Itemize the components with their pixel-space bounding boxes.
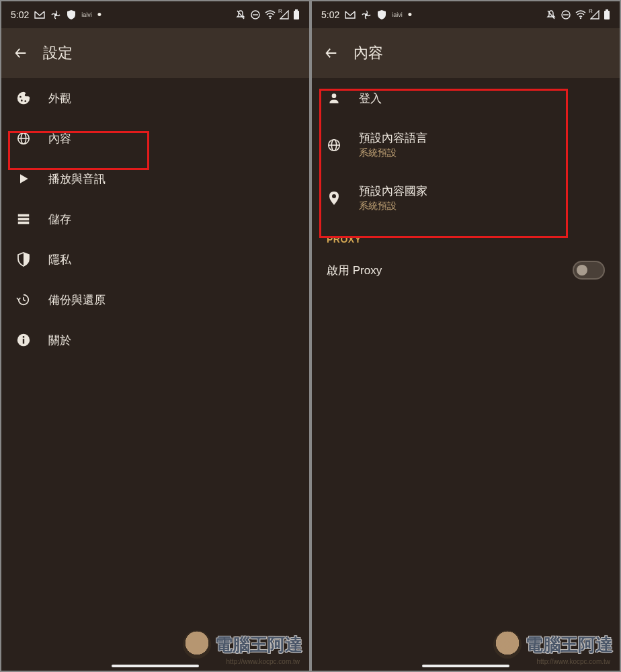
gmail-icon: [345, 11, 356, 19]
menu-label: 儲存: [48, 212, 71, 227]
wifi-icon: [265, 10, 276, 19]
proxy-switch[interactable]: [573, 261, 605, 280]
battery-icon: [293, 9, 300, 20]
toggle-row-proxy[interactable]: 啟用 Proxy: [312, 250, 620, 290]
status-time: 5:02: [11, 9, 29, 20]
privacy-shield-icon: [16, 252, 31, 267]
app-header: 設定: [1, 28, 309, 78]
menu-sublabel: 系統預設: [359, 200, 427, 212]
play-icon: [16, 171, 31, 186]
fan-icon: [361, 9, 372, 20]
watermark-text: 電腦王阿達: [215, 633, 302, 657]
svg-point-21: [580, 17, 581, 19]
app-header: 內容: [312, 28, 620, 78]
dnd-icon: [546, 9, 556, 20]
signal-icon: R: [280, 10, 289, 19]
svg-rect-4: [294, 11, 299, 19]
gmail-icon: [34, 11, 45, 19]
menu-label: 預設內容語言: [359, 130, 427, 146]
iqiyi-label: iaivi: [392, 11, 403, 18]
menu-item-content[interactable]: 內容: [1, 118, 309, 159]
watermark-face-icon: [493, 630, 522, 659]
section-header-proxy: PROXY: [312, 224, 620, 250]
svg-rect-5: [295, 9, 298, 11]
status-bar: 5:02 iaivi • R: [1, 1, 309, 28]
dnd-icon: [235, 9, 246, 20]
restore-icon: [16, 292, 31, 307]
svg-point-16: [23, 336, 25, 338]
menu-label: 隱私: [48, 252, 71, 267]
location-pin-icon: [327, 191, 341, 206]
menu-item-login[interactable]: 登入: [312, 78, 620, 118]
menu-item-default-country[interactable]: 預設內容國家 系統預設: [312, 171, 620, 224]
svg-rect-17: [23, 339, 24, 343]
menu-label: 播放與音訊: [48, 171, 106, 187]
svg-rect-13: [18, 218, 30, 220]
svg-rect-23: [606, 9, 608, 11]
toggle-label: 啟用 Proxy: [327, 263, 382, 278]
person-icon: [327, 91, 341, 106]
status-time: 5:02: [321, 9, 339, 20]
page-title: 內容: [354, 43, 383, 63]
palette-icon: [16, 91, 31, 106]
watermark-face-icon: [183, 630, 211, 659]
watermark-url: http://www.kocpc.com.tw: [537, 658, 610, 665]
menu-label: 預設內容國家: [359, 183, 427, 199]
menu-item-default-language[interactable]: 預設內容語言 系統預設: [312, 118, 620, 171]
svg-point-6: [19, 96, 22, 98]
storage-icon: [16, 212, 31, 226]
menu-label: 外觀: [48, 91, 71, 106]
menu-label: 備份與還原: [48, 292, 106, 308]
svg-point-3: [270, 17, 271, 19]
menu-label: 登入: [359, 91, 382, 106]
battery-icon: [604, 9, 610, 20]
nav-indicator[interactable]: [112, 665, 199, 667]
nav-indicator[interactable]: [422, 665, 509, 667]
iqiyi-label: iaivi: [81, 11, 92, 18]
screen-settings: 5:02 iaivi • R: [1, 1, 309, 671]
globe-icon: [16, 131, 31, 146]
svg-rect-14: [18, 222, 30, 224]
svg-point-28: [332, 194, 336, 198]
info-icon: [16, 333, 31, 347]
watermark-text: 電腦王阿達: [526, 633, 613, 657]
back-arrow-icon[interactable]: [13, 46, 28, 60]
no-entry-icon: [250, 9, 261, 20]
signal-icon: R: [590, 10, 599, 19]
screen-content: 5:02 iaivi • R: [312, 1, 620, 671]
menu-item-playback[interactable]: 播放與音訊: [1, 159, 309, 199]
svg-rect-22: [604, 11, 610, 19]
menu-item-appearance[interactable]: 外觀: [1, 78, 309, 118]
svg-point-7: [21, 99, 23, 101]
wifi-icon: [575, 10, 586, 19]
fan-icon: [50, 9, 61, 20]
watermark-url: http://www.kocpc.com.tw: [226, 658, 300, 665]
status-bar: 5:02 iaivi • R: [312, 1, 620, 28]
watermark: 電腦王阿達: [183, 630, 302, 659]
menu-item-backup[interactable]: 備份與還原: [1, 280, 309, 320]
no-entry-icon: [561, 9, 571, 20]
menu-label: 關於: [48, 333, 71, 348]
menu-item-privacy[interactable]: 隱私: [1, 239, 309, 280]
svg-point-8: [24, 100, 26, 102]
shield-icon: [377, 9, 386, 20]
menu-item-about[interactable]: 關於: [1, 320, 309, 360]
page-title: 設定: [43, 43, 73, 63]
svg-rect-12: [18, 214, 30, 217]
menu-sublabel: 系統預設: [359, 147, 427, 159]
shield-icon: [67, 9, 76, 20]
menu-item-storage[interactable]: 儲存: [1, 199, 309, 239]
watermark: 電腦王阿達: [493, 630, 613, 659]
svg-point-24: [332, 93, 337, 98]
globe-icon: [327, 138, 341, 153]
menu-label: 內容: [48, 131, 71, 146]
back-arrow-icon[interactable]: [324, 46, 339, 60]
